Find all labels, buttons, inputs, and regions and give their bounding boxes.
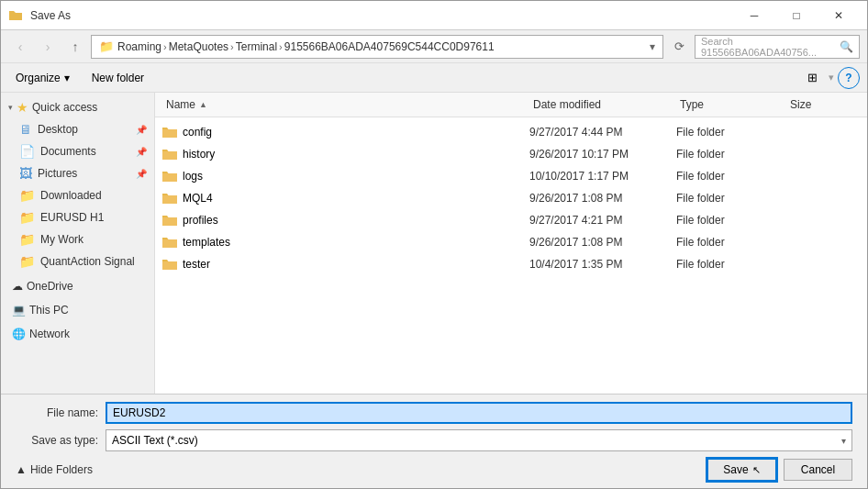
sidebar-item-eurusd[interactable]: 📁 EURUSD H1 bbox=[1, 206, 154, 228]
savetype-value: ASCII Text (*.csv) bbox=[112, 434, 198, 447]
quick-access-section: ▾ ★ Quick access 🖥 Desktop 📌 📄 Documents… bbox=[1, 96, 154, 272]
quantaction-folder-icon: 📁 bbox=[19, 254, 35, 269]
savetype-row: Save as type: ASCII Text (*.csv) ▾ bbox=[16, 429, 852, 451]
col-name-header[interactable]: Name ▲ bbox=[162, 96, 529, 113]
sidebar-item-pictures[interactable]: 🖼 Pictures 📌 bbox=[1, 162, 154, 184]
organize-chevron-icon: ▾ bbox=[64, 72, 70, 84]
col-size-header[interactable]: Size bbox=[786, 96, 860, 113]
help-button[interactable]: ? bbox=[838, 67, 860, 89]
organize-button[interactable]: Organize ▾ bbox=[8, 67, 77, 89]
file-date-cell: 9/26/2017 1:08 PM bbox=[529, 192, 676, 205]
table-row[interactable]: logs 10/10/2017 1:17 PM File folder bbox=[155, 165, 867, 187]
toolbar2-right: ⊞ ▾ ? bbox=[799, 67, 860, 89]
file-content: Name ▲ Date modified Type Size bbox=[155, 93, 867, 394]
minimize-button[interactable]: ─ bbox=[733, 1, 775, 30]
file-name-cell: profiles bbox=[162, 214, 529, 227]
address-bar[interactable]: 📁 Roaming › MetaQuotes › Terminal › 9155… bbox=[91, 35, 663, 59]
back-button[interactable]: ‹ bbox=[8, 35, 32, 59]
cancel-button[interactable]: Cancel bbox=[784, 459, 852, 481]
thispc-section: 💻 This PC bbox=[1, 300, 154, 320]
forward-button[interactable]: › bbox=[36, 35, 60, 59]
title-bar: Save As ─ □ ✕ bbox=[1, 1, 867, 30]
hide-folders-label: Hide Folders bbox=[30, 463, 93, 476]
sidebar-item-downloaded[interactable]: 📁 Downloaded bbox=[1, 184, 154, 206]
folder-icon bbox=[162, 258, 177, 271]
thispc-label: This PC bbox=[29, 304, 69, 317]
pictures-folder-icon: 🖼 bbox=[19, 166, 32, 181]
view-sep: ▾ bbox=[829, 72, 834, 83]
view-button[interactable]: ⊞ bbox=[799, 67, 825, 89]
thispc-item[interactable]: 💻 This PC bbox=[1, 300, 154, 320]
sidebar-item-mywork[interactable]: 📁 My Work bbox=[1, 228, 154, 250]
address-folder-icon: 📁 bbox=[99, 39, 114, 53]
hide-folders-chevron-icon: ▲ bbox=[16, 463, 27, 476]
sidebar-item-documents[interactable]: 📄 Documents 📌 bbox=[1, 140, 154, 162]
sort-arrow-icon: ▲ bbox=[199, 100, 207, 109]
close-button[interactable]: ✕ bbox=[818, 1, 860, 30]
search-bar[interactable]: Search 915566BA06ADA40756... 🔍 bbox=[695, 35, 860, 59]
quick-access-header[interactable]: ▾ ★ Quick access bbox=[1, 96, 154, 118]
crumb-roaming: Roaming bbox=[117, 40, 161, 53]
sidebar-item-mywork-label: My Work bbox=[40, 233, 83, 246]
eurusd-folder-icon: 📁 bbox=[19, 210, 35, 225]
quick-access-chevron-icon: ▾ bbox=[8, 103, 13, 112]
file-type-cell: File folder bbox=[676, 236, 786, 249]
file-date-cell: 9/26/2017 10:17 PM bbox=[529, 148, 676, 161]
folder-icon bbox=[162, 192, 177, 205]
address-dropdown-icon[interactable]: ▾ bbox=[650, 40, 655, 53]
col-date-header[interactable]: Date modified bbox=[529, 96, 676, 113]
up-button[interactable]: ↑ bbox=[63, 35, 87, 59]
save-button[interactable]: Save ↖ bbox=[707, 459, 776, 481]
file-name-cell: logs bbox=[162, 170, 529, 183]
col-type-header[interactable]: Type bbox=[676, 96, 786, 113]
desktop-folder-icon: 🖥 bbox=[19, 122, 32, 137]
table-row[interactable]: tester 10/4/2017 1:35 PM File folder bbox=[155, 253, 867, 275]
file-name-cell: config bbox=[162, 126, 529, 139]
file-date-cell: 10/4/2017 1:35 PM bbox=[529, 258, 676, 271]
title-controls: ─ □ ✕ bbox=[733, 1, 860, 30]
title-bar-left: Save As bbox=[8, 8, 71, 23]
filename-row: File name: bbox=[16, 402, 852, 424]
onedrive-section: ☁ OneDrive bbox=[1, 276, 154, 296]
maximize-button[interactable]: □ bbox=[775, 1, 818, 30]
sidebar-item-desktop-label: Desktop bbox=[38, 123, 78, 136]
sidebar-item-desktop[interactable]: 🖥 Desktop 📌 bbox=[1, 118, 154, 140]
onedrive-item[interactable]: ☁ OneDrive bbox=[1, 276, 154, 296]
sidebar-item-quantaction[interactable]: 📁 QuantAction Signal bbox=[1, 250, 154, 272]
folder-icon bbox=[162, 214, 177, 227]
savetype-arrow-icon: ▾ bbox=[841, 436, 846, 446]
pin-icon: 📌 bbox=[136, 125, 147, 135]
save-as-dialog: Save As ─ □ ✕ ‹ › ↑ 📁 Roaming › MetaQuot… bbox=[0, 0, 868, 489]
filename-input[interactable] bbox=[106, 402, 852, 424]
search-placeholder-text: Search 915566BA06ADA40756... bbox=[701, 36, 836, 58]
hide-folders-toggle[interactable]: ▲ Hide Folders bbox=[16, 463, 93, 476]
network-icon: 🌐 bbox=[12, 328, 26, 340]
sidebar-item-pictures-label: Pictures bbox=[38, 167, 77, 180]
refresh-button[interactable]: ⟳ bbox=[667, 35, 691, 59]
sidebar: ▾ ★ Quick access 🖥 Desktop 📌 📄 Documents… bbox=[1, 93, 155, 394]
network-section: 🌐 Network bbox=[1, 324, 154, 344]
file-name-cell: templates bbox=[162, 236, 529, 249]
file-date-cell: 9/27/2017 4:44 PM bbox=[529, 126, 676, 139]
window-title: Save As bbox=[30, 9, 71, 22]
table-row[interactable]: history 9/26/2017 10:17 PM File folder bbox=[155, 143, 867, 165]
folder-icon bbox=[162, 148, 177, 161]
table-row[interactable]: MQL4 9/26/2017 1:08 PM File folder bbox=[155, 187, 867, 209]
sidebar-item-quantaction-label: QuantAction Signal bbox=[40, 255, 135, 268]
window-icon bbox=[8, 8, 23, 23]
file-type-cell: File folder bbox=[676, 192, 786, 205]
col-size-label: Size bbox=[790, 98, 811, 111]
table-row[interactable]: templates 9/26/2017 1:08 PM File folder bbox=[155, 231, 867, 253]
folder-icon bbox=[162, 126, 177, 139]
file-type-cell: File folder bbox=[676, 126, 786, 139]
onedrive-label: OneDrive bbox=[27, 280, 73, 293]
pin-icon-docs: 📌 bbox=[136, 147, 147, 157]
new-folder-button[interactable]: New folder bbox=[84, 67, 151, 89]
savetype-select[interactable]: ASCII Text (*.csv) ▾ bbox=[106, 429, 852, 451]
onedrive-icon: ☁ bbox=[12, 280, 23, 293]
file-date-cell: 9/27/2017 4:21 PM bbox=[529, 214, 676, 227]
table-row[interactable]: profiles 9/27/2017 4:21 PM File folder bbox=[155, 209, 867, 231]
network-item[interactable]: 🌐 Network bbox=[1, 324, 154, 344]
file-name-cell: history bbox=[162, 148, 529, 161]
table-row[interactable]: config 9/27/2017 4:44 PM File folder bbox=[155, 121, 867, 143]
